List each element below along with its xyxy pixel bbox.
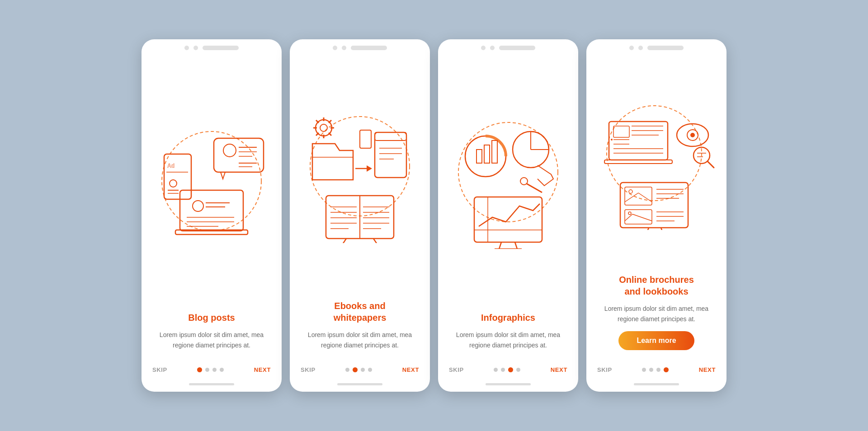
- top-bar: [586, 39, 726, 54]
- svg-line-84: [632, 214, 652, 221]
- dot-3: [656, 368, 660, 372]
- top-dot-1: [481, 46, 486, 50]
- infographics-illustration: [438, 54, 578, 304]
- bottom-indicator: [337, 383, 382, 385]
- svg-point-42: [320, 124, 327, 131]
- svg-line-37: [373, 239, 378, 243]
- svg-point-85: [628, 212, 631, 215]
- svg-rect-75: [625, 187, 652, 205]
- top-line: [203, 46, 239, 50]
- svg-rect-82: [625, 210, 652, 224]
- ebooks-illustration: [290, 54, 430, 292]
- bottom-bar: [290, 380, 430, 392]
- skip-button[interactable]: SKIP: [152, 366, 167, 373]
- dot-2: [353, 367, 358, 372]
- svg-line-48: [329, 133, 331, 136]
- svg-line-62: [515, 242, 517, 249]
- svg-line-61: [499, 242, 501, 249]
- svg-point-17: [223, 144, 236, 157]
- top-bar: [438, 39, 578, 54]
- dot-3: [212, 368, 217, 372]
- brochures-body: Lorem ipsum dolor sit dim amet, mea regi…: [599, 304, 714, 324]
- dot-2: [501, 368, 505, 372]
- dot-4: [368, 368, 372, 372]
- top-dot-2: [193, 46, 198, 50]
- top-line: [647, 46, 684, 50]
- svg-line-47: [316, 120, 319, 123]
- top-dot-2: [638, 46, 643, 50]
- nav-dots: [345, 367, 372, 372]
- skip-button[interactable]: SKIP: [597, 366, 612, 373]
- dot-1: [197, 367, 202, 372]
- top-dot-2: [490, 46, 495, 50]
- svg-rect-56: [360, 130, 371, 148]
- svg-line-77: [638, 193, 652, 202]
- dot-2: [649, 368, 653, 372]
- next-button[interactable]: NEXT: [402, 366, 419, 373]
- brochures-title: Online brochuresand lookbooks: [599, 274, 714, 297]
- skip-button[interactable]: SKIP: [301, 366, 316, 373]
- ebooks-nav: SKIP NEXT: [290, 362, 430, 380]
- infographics-title: Infographics: [451, 312, 566, 323]
- svg-rect-65: [476, 150, 482, 163]
- blog-posts-content: Blog posts Lorem ipsum dolor sit dim ame…: [142, 304, 282, 362]
- top-dot-1: [333, 46, 337, 50]
- top-line: [351, 46, 387, 50]
- card-blog-posts: Ad Blog posts Lorem ipsum dolor sit: [142, 39, 282, 392]
- nav-dots: [494, 367, 520, 372]
- svg-rect-1: [180, 190, 243, 231]
- top-bar: [290, 39, 430, 54]
- dot-1: [345, 368, 349, 372]
- svg-point-78: [629, 190, 632, 193]
- infographics-content: Infographics Lorem ipsum dolor sit dim a…: [438, 304, 578, 362]
- svg-marker-40: [367, 165, 372, 172]
- svg-rect-66: [484, 145, 490, 163]
- brochures-content: Online brochuresand lookbooks Lorem ipsu…: [586, 266, 726, 362]
- blog-posts-illustration: Ad: [142, 54, 282, 304]
- next-button[interactable]: NEXT: [551, 366, 567, 373]
- svg-text:Ad: Ad: [167, 163, 175, 169]
- top-bar: [142, 39, 282, 54]
- top-dot-1: [184, 46, 189, 50]
- bottom-indicator: [634, 383, 679, 385]
- bottom-bar: [142, 380, 282, 392]
- dot-4: [220, 368, 224, 372]
- svg-point-3: [193, 201, 203, 211]
- svg-line-49: [329, 120, 331, 123]
- svg-rect-9: [164, 154, 191, 199]
- blog-posts-title: Blog posts: [154, 312, 269, 323]
- learn-more-button[interactable]: Learn more: [618, 331, 694, 350]
- screens-container: Ad Blog posts Lorem ipsum dolor sit: [142, 39, 726, 392]
- dot-3: [508, 367, 513, 372]
- top-line: [499, 46, 535, 50]
- nav-dots: [642, 367, 669, 372]
- brochures-nav: SKIP NEXT: [586, 362, 726, 380]
- brochures-illustration: [586, 54, 726, 266]
- next-button[interactable]: NEXT: [254, 366, 271, 373]
- svg-point-0: [162, 131, 261, 231]
- dot-3: [361, 368, 365, 372]
- svg-point-12: [170, 180, 177, 187]
- svg-line-71: [526, 183, 542, 192]
- bottom-indicator: [189, 383, 234, 385]
- svg-line-83: [625, 214, 632, 221]
- svg-point-103: [690, 133, 695, 137]
- bottom-indicator: [486, 383, 531, 385]
- svg-line-36: [342, 239, 346, 243]
- top-dot-1: [629, 46, 634, 50]
- top-dot-2: [342, 46, 346, 50]
- svg-point-108: [611, 139, 613, 141]
- bottom-bar: [586, 380, 726, 392]
- svg-rect-93: [613, 126, 629, 137]
- svg-rect-67: [492, 141, 497, 163]
- svg-line-105: [708, 161, 714, 168]
- infographics-nav: SKIP NEXT: [438, 362, 578, 380]
- next-button[interactable]: NEXT: [699, 366, 716, 373]
- nav-dots: [197, 367, 224, 372]
- dot-2: [205, 368, 209, 372]
- dot-1: [642, 368, 646, 372]
- card-ebooks: Ebooks andwhitepapers Lorem ipsum dolor …: [290, 39, 430, 392]
- skip-button[interactable]: SKIP: [449, 366, 464, 373]
- svg-marker-16: [221, 172, 225, 179]
- card-infographics: Infographics Lorem ipsum dolor sit dim a…: [438, 39, 578, 392]
